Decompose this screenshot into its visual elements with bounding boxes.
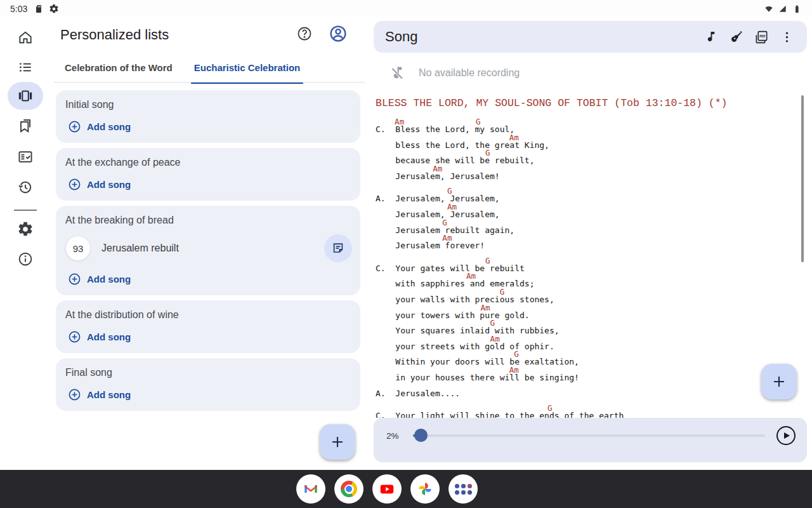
app-drawer-icon[interactable]	[449, 474, 478, 504]
play-button[interactable]	[776, 426, 796, 445]
slider-track[interactable]	[413, 434, 765, 437]
add-song-fab[interactable]	[761, 364, 797, 399]
section-title: At the distribution of wine	[65, 309, 351, 321]
add-circle-icon	[68, 272, 81, 286]
add-song-label: Add song	[87, 331, 131, 342]
sections-list: Initial songAdd songAt the exchange of p…	[56, 90, 360, 416]
tab-eucharistic-celebration[interactable]: Eucharistic Celebration	[183, 53, 311, 82]
slider-thumb[interactable]	[414, 429, 428, 442]
lyric-line: Jerusalem, Jerusalem!	[376, 172, 801, 181]
add-song-button[interactable]: Add song	[65, 271, 351, 286]
add-circle-icon	[68, 330, 81, 344]
add-song-button[interactable]: Add song	[65, 177, 351, 192]
recording-status-row: No available recording	[374, 57, 807, 90]
lyric-line: Jerusalem forever!	[376, 241, 801, 250]
nav-rail	[0, 17, 51, 470]
chord-line: Am	[376, 304, 801, 311]
app-window: Personalized lists Celebration of the Wo…	[0, 17, 812, 470]
cell-signal-icon	[778, 4, 788, 14]
system-gear-icon	[49, 4, 59, 14]
rail-divider	[14, 210, 37, 211]
music-off-icon	[389, 65, 406, 82]
add-circle-icon	[68, 120, 81, 133]
svg-text:PDF: PDF	[759, 34, 766, 37]
add-list-fab[interactable]	[320, 424, 355, 460]
section-card: Initial songAdd song	[56, 90, 360, 143]
chord-line: Am	[376, 134, 801, 141]
tab-celebration-of-the-word[interactable]: Celebration of the Word	[54, 53, 183, 82]
play-icon	[784, 432, 790, 439]
song-title-line: BLESS THE LORD, MY SOUL-SONG OF TOBIT (T…	[376, 98, 801, 109]
section-card: At the distribution of wineAdd song	[56, 300, 360, 353]
recording-status-text: No available recording	[419, 67, 520, 79]
left-pane-header: Personalized lists	[51, 17, 371, 53]
add-song-label: Add song	[87, 121, 131, 132]
section-title: Final song	[65, 367, 351, 378]
player-bar: 2%	[374, 418, 807, 462]
left-pane: Personalized lists Celebration of the Wo…	[51, 17, 371, 470]
youtube-app-icon[interactable]	[372, 474, 402, 504]
pdf-icon[interactable]: PDF	[749, 24, 774, 50]
song-panel-title: Song	[385, 29, 417, 45]
add-circle-icon	[68, 178, 81, 191]
section-title: At the breaking of bread	[65, 215, 351, 226]
right-pane: Song PDF No	[371, 17, 812, 470]
music-note-icon[interactable]	[698, 24, 723, 50]
photos-app-icon[interactable]	[410, 474, 440, 504]
add-song-button[interactable]: Add song	[65, 329, 351, 344]
status-time: 5:03	[10, 4, 27, 14]
lyric-line: in your houses there will be singing!	[376, 373, 801, 382]
tempo-value: 2%	[386, 431, 404, 441]
lyric-line: A. Jerusalem....	[376, 389, 801, 398]
wifi-icon	[764, 4, 774, 14]
song-panel-header: Song PDF	[374, 21, 807, 53]
add-song-label: Add song	[87, 179, 131, 190]
battery-icon	[792, 4, 802, 14]
rail-view-carousel-icon[interactable]	[8, 82, 43, 110]
rail-bookmarks-icon[interactable]	[8, 112, 43, 140]
song-item[interactable]: 93Jerusalem rebuilt	[65, 234, 351, 262]
tempo-slider[interactable]	[413, 429, 765, 443]
gmail-app-icon[interactable]	[296, 474, 325, 504]
section-title: At the exchange of peace	[65, 157, 351, 168]
account-icon[interactable]	[327, 22, 350, 45]
lyric-line: C. Your light will shine to the ends of …	[376, 411, 801, 418]
add-song-button[interactable]: Add song	[65, 387, 351, 402]
tab-divider	[54, 82, 365, 83]
rail-list-icon[interactable]	[8, 53, 43, 81]
chrome-app-icon[interactable]	[334, 474, 363, 504]
add-circle-icon	[68, 388, 81, 401]
sd-card-icon	[34, 4, 44, 14]
add-song-button[interactable]: Add song	[65, 119, 351, 134]
page-title: Personalized lists	[60, 27, 169, 43]
rail-settings-icon[interactable]	[8, 215, 43, 243]
rail-info-icon[interactable]	[8, 245, 43, 273]
plus-icon	[330, 434, 345, 450]
song-note-button[interactable]	[324, 234, 352, 262]
status-bar: 5:03	[0, 0, 812, 17]
plus-icon	[771, 374, 787, 389]
section-card: Final songAdd song	[56, 358, 360, 411]
screen: 5:03	[0, 0, 812, 508]
blank-line	[376, 382, 801, 389]
lyrics: BLESS THE LORD, MY SOUL-SONG OF TOBIT (T…	[371, 92, 801, 418]
add-song-label: Add song	[87, 274, 131, 284]
rail-fact-check-icon[interactable]	[8, 143, 43, 171]
section-title: Initial song	[65, 99, 351, 110]
section-card: At the breaking of bread93Jerusalem rebu…	[56, 206, 360, 295]
taskbar	[0, 470, 812, 508]
rail-history-icon[interactable]	[8, 173, 43, 201]
song-number-badge: 93	[65, 236, 91, 261]
help-icon[interactable]	[293, 22, 316, 45]
tab-bar: Celebration of the Word Eucharistic Cele…	[51, 53, 371, 84]
guitar-icon[interactable]	[723, 24, 749, 50]
song-item-title: Jerusalem rebuilt	[102, 243, 324, 254]
add-song-label: Add song	[87, 389, 131, 400]
rail-home-icon[interactable]	[8, 23, 43, 51]
note-icon	[331, 241, 345, 255]
apps-grid-glyph	[455, 484, 472, 495]
lyrics-scrollbar[interactable]	[801, 95, 804, 262]
chord-line: G	[376, 219, 801, 226]
section-card: At the exchange of peaceAdd song	[56, 148, 360, 201]
kebab-menu-icon[interactable]	[774, 24, 799, 50]
